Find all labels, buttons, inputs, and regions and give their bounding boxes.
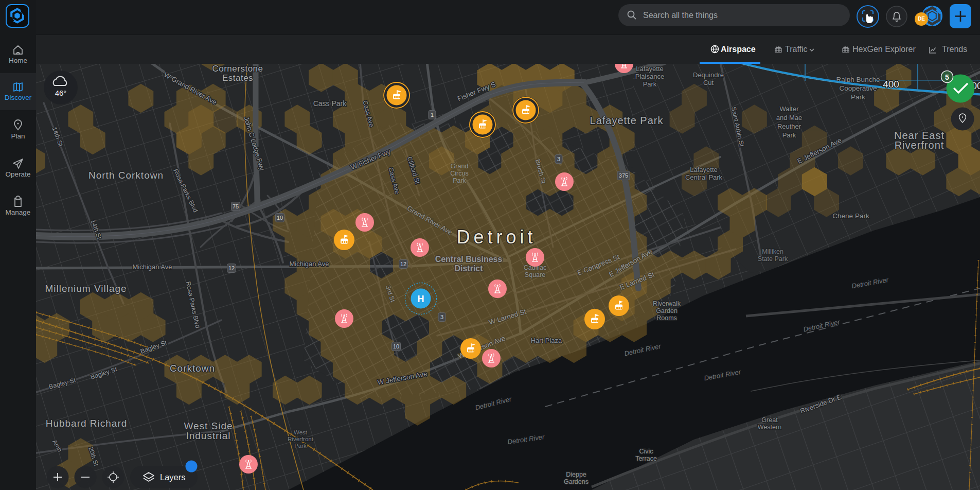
svg-text:Park: Park — [453, 177, 466, 184]
svg-text:West Side: West Side — [184, 421, 233, 431]
svg-text:Grand: Grand — [451, 163, 469, 170]
svg-text:10: 10 — [277, 215, 283, 221]
svg-text:Riverfront: Riverfront — [288, 436, 314, 442]
svg-text:Square: Square — [525, 271, 545, 278]
svg-text:Michigan Ave: Michigan Ave — [289, 260, 329, 268]
svg-text:Industrial: Industrial — [186, 430, 230, 441]
svg-text:Western: Western — [758, 424, 781, 431]
svg-text:Corktown: Corktown — [170, 363, 215, 374]
svg-text:North Corktown: North Corktown — [88, 170, 164, 181]
svg-text:H: H — [418, 294, 424, 304]
svg-text:Great: Great — [761, 416, 778, 424]
svg-text:State Park: State Park — [758, 255, 788, 262]
svg-text:Dequindre: Dequindre — [693, 71, 724, 79]
svg-text:Milliken: Milliken — [762, 248, 783, 255]
svg-text:46°: 46° — [55, 89, 67, 97]
svg-text:Michigan Ave: Michigan Ave — [132, 263, 172, 271]
svg-text:Walter: Walter — [779, 105, 799, 113]
svg-text:Central Park: Central Park — [685, 173, 723, 181]
svg-text:Detroit: Detroit — [456, 226, 536, 248]
svg-text:Hart Plaza: Hart Plaza — [531, 337, 562, 344]
svg-text:12: 12 — [400, 261, 406, 267]
svg-text:Central Business: Central Business — [435, 255, 503, 264]
svg-text:3: 3 — [557, 156, 560, 162]
svg-text:Estates: Estates — [222, 73, 253, 83]
svg-text:Rooms: Rooms — [656, 314, 677, 322]
svg-text:Park: Park — [294, 443, 307, 449]
svg-text:Millenium Village: Millenium Village — [45, 283, 127, 294]
svg-text:Cornerstone: Cornerstone — [212, 64, 263, 74]
svg-text:1: 1 — [431, 112, 434, 118]
svg-text:Layers: Layers — [160, 472, 186, 482]
svg-text:Dieppe: Dieppe — [566, 471, 586, 478]
svg-text:District: District — [454, 264, 483, 273]
svg-text:Chene Park: Chene Park — [832, 212, 869, 220]
svg-text:5: 5 — [945, 73, 949, 81]
svg-text:Riverfront: Riverfront — [895, 139, 945, 151]
svg-text:Park: Park — [643, 80, 657, 88]
svg-text:Hubbard Richard: Hubbard Richard — [46, 418, 128, 429]
svg-text:Reuther: Reuther — [777, 122, 801, 130]
svg-text:Plaisance: Plaisance — [635, 73, 664, 80]
svg-text:Civic: Civic — [639, 448, 653, 455]
svg-text:Park: Park — [851, 93, 865, 101]
svg-text:75: 75 — [233, 203, 239, 209]
svg-text:400: 400 — [883, 79, 899, 90]
svg-text:Park: Park — [782, 131, 796, 139]
svg-text:375: 375 — [619, 172, 628, 179]
svg-text:3: 3 — [440, 314, 443, 320]
svg-text:Terrace: Terrace — [635, 455, 657, 462]
svg-text:12: 12 — [228, 265, 235, 271]
svg-text:Circus: Circus — [450, 170, 468, 177]
svg-text:Garden: Garden — [656, 307, 678, 314]
svg-text:Lafayette Park: Lafayette Park — [590, 115, 664, 126]
svg-text:Cass Park: Cass Park — [313, 99, 347, 108]
svg-text:Cut: Cut — [703, 79, 714, 86]
svg-text:West: West — [294, 429, 308, 435]
svg-text:Riverwalk: Riverwalk — [653, 300, 681, 307]
svg-text:and Mae: and Mae — [776, 114, 803, 121]
svg-text:Lafayette: Lafayette — [636, 65, 664, 73]
svg-text:10: 10 — [393, 343, 399, 349]
svg-text:Gardens: Gardens — [564, 478, 589, 485]
svg-text:Lafayette: Lafayette — [690, 166, 718, 173]
